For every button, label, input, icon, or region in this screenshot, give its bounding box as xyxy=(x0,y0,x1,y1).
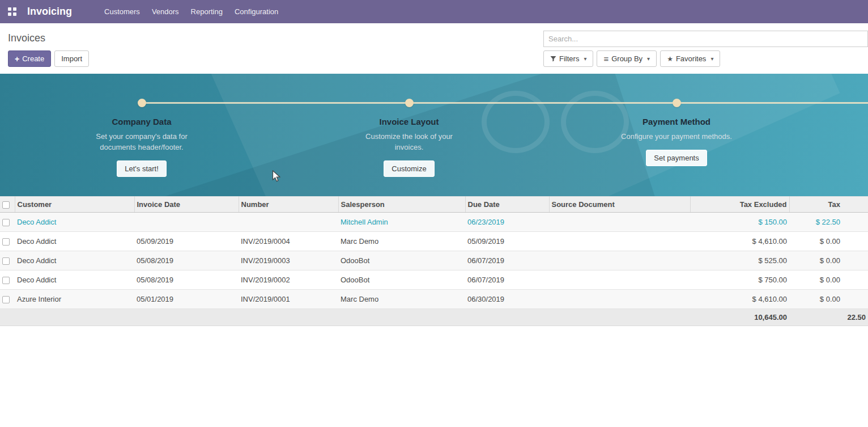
top-navbar: Invoicing Customers Vendors Reporting Co… xyxy=(0,0,868,23)
apps-menu-icon[interactable] xyxy=(8,7,16,16)
cell-tax-excluded: $ 525.00 xyxy=(690,251,789,270)
onboarding-steps: Company Data Set your company's data for… xyxy=(0,74,868,177)
cell-tax-excluded: $ 750.00 xyxy=(690,270,789,290)
step-dot xyxy=(405,99,414,107)
plus-icon: + xyxy=(15,55,19,63)
table-row[interactable]: Deco Addict 05/08/2019 INV/2019/0003 Odo… xyxy=(0,251,868,270)
step-title: Payment Method xyxy=(643,117,710,126)
col-source-document[interactable]: Source Document xyxy=(549,197,690,213)
cell-select xyxy=(0,290,15,309)
import-button-label: Import xyxy=(61,54,82,63)
cell-number: INV/2019/0004 xyxy=(239,232,338,251)
cell-select xyxy=(0,270,15,290)
cell-number: INV/2019/0001 xyxy=(239,290,338,309)
create-button-label: Create xyxy=(22,54,44,63)
cell-customer: Deco Addict xyxy=(15,213,134,232)
cell-salesperson: OdooBot xyxy=(338,270,465,290)
cell-due-date: 06/30/2019 xyxy=(465,290,549,309)
table-header-row: Customer Invoice Date Number Salesperson… xyxy=(0,197,868,213)
row-checkbox[interactable] xyxy=(2,219,10,226)
select-all-checkbox[interactable] xyxy=(2,201,10,209)
onboarding-step-invoice-layout: Invoice Layout Customize the look of you… xyxy=(275,74,543,177)
cell-salesperson: Marc Demo xyxy=(338,290,465,309)
cell-customer: Deco Addict xyxy=(15,251,134,270)
cell-tax: $ 0.00 xyxy=(789,251,868,270)
favorites-button[interactable]: ★ Favorites ▾ xyxy=(660,50,720,67)
cell-select xyxy=(0,251,15,270)
menu-reporting[interactable]: Reporting xyxy=(191,7,223,16)
search-options: Filters ▾ ≡ Group By ▾ ★ Favorites ▾ xyxy=(543,50,868,67)
step-title: Company Data xyxy=(112,117,171,126)
cell-tax-excluded: $ 4,610.00 xyxy=(690,290,789,309)
cell-select xyxy=(0,213,15,232)
control-panel: Invoices + Create Import Filters ▾ xyxy=(0,23,868,74)
row-checkbox[interactable] xyxy=(2,238,10,246)
cell-tax-excluded: $ 4,610.00 xyxy=(690,232,789,251)
customize-button[interactable]: Customize xyxy=(384,160,434,177)
cell-due-date: 05/09/2019 xyxy=(465,232,549,251)
totals-spacer xyxy=(0,309,690,326)
caret-down-icon: ▾ xyxy=(647,56,650,62)
totals-row: 10,645.00 22.50 xyxy=(0,309,868,326)
table-row[interactable]: Azure Interior 05/01/2019 INV/2019/0001 … xyxy=(0,290,868,309)
col-tax-excluded[interactable]: Tax Excluded xyxy=(690,197,789,213)
menu-vendors[interactable]: Vendors xyxy=(152,7,179,16)
menu-customers[interactable]: Customers xyxy=(104,7,140,16)
col-tax[interactable]: Tax xyxy=(789,197,868,213)
filters-button[interactable]: Filters ▾ xyxy=(543,50,593,67)
app-title[interactable]: Invoicing xyxy=(27,6,72,18)
table-row[interactable]: Deco Addict Mitchell Admin 06/23/2019 $ … xyxy=(0,213,868,232)
caret-down-icon: ▾ xyxy=(710,56,713,62)
col-salesperson[interactable]: Salesperson xyxy=(338,197,465,213)
set-payments-button[interactable]: Set payments xyxy=(646,150,707,166)
cell-salesperson: OdooBot xyxy=(338,251,465,270)
import-button[interactable]: Import xyxy=(54,50,89,67)
cell-tax: $ 0.00 xyxy=(789,290,868,309)
cell-customer: Azure Interior xyxy=(15,290,134,309)
cell-salesperson: Marc Demo xyxy=(338,232,465,251)
cell-source-document xyxy=(549,213,690,232)
create-button[interactable]: + Create xyxy=(8,50,51,67)
lets-start-button[interactable]: Let's start! xyxy=(117,160,167,177)
step-dot xyxy=(138,99,146,107)
select-all-header xyxy=(0,197,15,213)
table-row[interactable]: Deco Addict 05/08/2019 INV/2019/0002 Odo… xyxy=(0,270,868,290)
onboarding-step-company-data: Company Data Set your company's data for… xyxy=(8,74,275,177)
group-by-button[interactable]: ≡ Group By ▾ xyxy=(597,50,657,67)
cell-source-document xyxy=(549,232,690,251)
row-checkbox[interactable] xyxy=(2,257,10,265)
action-buttons: + Create Import xyxy=(8,50,89,67)
cell-customer: Deco Addict xyxy=(15,232,134,251)
search-input[interactable] xyxy=(543,31,868,47)
cell-number xyxy=(239,213,338,232)
cell-invoice-date xyxy=(134,213,239,232)
cell-source-document xyxy=(549,290,690,309)
total-tax: 22.50 xyxy=(789,309,868,326)
cell-source-document xyxy=(549,270,690,290)
group-by-button-label: Group By xyxy=(611,54,643,63)
step-description: Customize the look of your invoices. xyxy=(351,132,467,153)
cell-invoice-date: 05/09/2019 xyxy=(134,232,239,251)
cell-source-document xyxy=(549,251,690,270)
row-checkbox[interactable] xyxy=(2,277,10,284)
step-dot xyxy=(673,99,681,107)
star-icon: ★ xyxy=(667,56,673,62)
col-customer[interactable]: Customer xyxy=(15,197,134,213)
col-due-date[interactable]: Due Date xyxy=(465,197,549,213)
row-checkbox[interactable] xyxy=(2,296,10,303)
menu-configuration[interactable]: Configuration xyxy=(235,7,278,16)
cell-customer: Deco Addict xyxy=(15,270,134,290)
onboarding-step-payment-method: Payment Method Configure your payment me… xyxy=(543,74,810,177)
invoices-table: Customer Invoice Date Number Salesperson… xyxy=(0,196,868,326)
cell-tax: $ 22.50 xyxy=(789,213,868,232)
cell-number: INV/2019/0003 xyxy=(239,251,338,270)
col-invoice-date[interactable]: Invoice Date xyxy=(134,197,239,213)
table-row[interactable]: Deco Addict 05/09/2019 INV/2019/0004 Mar… xyxy=(0,232,868,251)
filters-button-label: Filters xyxy=(559,54,579,63)
col-number[interactable]: Number xyxy=(239,197,338,213)
group-by-icon: ≡ xyxy=(603,54,609,63)
cell-due-date: 06/23/2019 xyxy=(465,213,549,232)
total-tax-excluded: 10,645.00 xyxy=(690,309,789,326)
cell-tax: $ 0.00 xyxy=(789,232,868,251)
step-description: Configure your payment methods. xyxy=(621,132,732,142)
